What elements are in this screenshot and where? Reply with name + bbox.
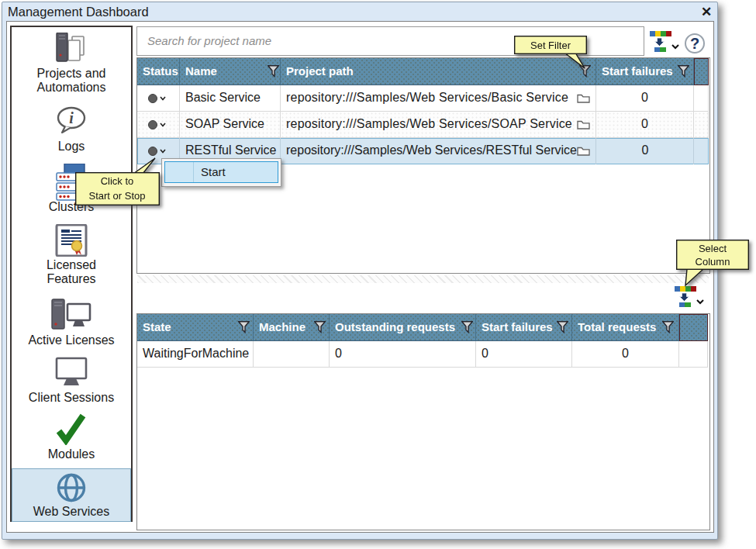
svg-text:i: i — [69, 109, 74, 126]
svg-text:Column: Column — [696, 256, 730, 268]
svg-text:Start or Stop: Start or Stop — [89, 190, 146, 202]
svg-text:Set Filter: Set Filter — [530, 40, 571, 51]
svg-text:Select: Select — [699, 243, 727, 254]
svg-text:Click to: Click to — [101, 175, 134, 187]
